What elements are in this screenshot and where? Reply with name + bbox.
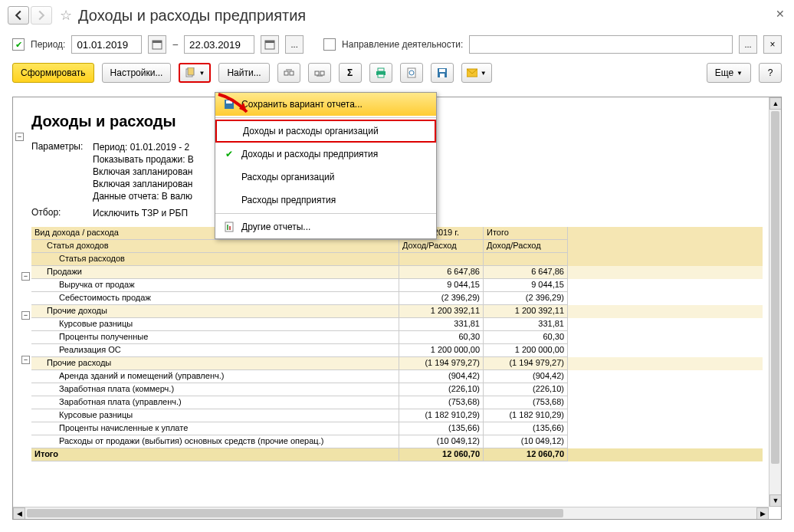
scroll-left-button[interactable]: ◀ [13, 507, 25, 520]
calendar-from-button[interactable] [148, 35, 166, 54]
forward-button[interactable] [31, 6, 52, 25]
row-val2: 331,81 [484, 318, 568, 331]
table-row[interactable]: Заработная плата (управленч.)(753,68)(75… [31, 396, 763, 409]
row-val1: 1 200 392,11 [399, 305, 484, 318]
row-name: Курсовые разницы [31, 409, 399, 422]
activity-picker-button[interactable]: ... [739, 35, 757, 54]
dd-ent-report[interactable]: ✔ Доходы и расходы предприятия [215, 143, 436, 166]
svg-rect-5 [188, 67, 194, 75]
collapse-button[interactable] [308, 63, 331, 83]
scroll-up-button[interactable]: ▲ [769, 97, 782, 110]
svg-rect-3 [265, 41, 274, 43]
table-row[interactable]: Расходы от продажи (выбытия) основных ср… [31, 435, 763, 448]
table-row[interactable]: Заработная плата (коммерч.)(226,10)(226,… [31, 383, 763, 396]
activity-label: Направление деятельности: [342, 39, 463, 50]
print-button[interactable] [369, 63, 392, 83]
row-val2: 12 060,70 [484, 448, 568, 461]
svg-rect-16 [439, 69, 445, 72]
save-button[interactable] [431, 63, 454, 83]
row-val1: (753,68) [399, 396, 484, 409]
row-name: Заработная плата (коммерч.) [31, 383, 399, 396]
table-row[interactable]: Проценты начисленные к уплате(135,66)(13… [31, 422, 763, 435]
activity-field[interactable] [469, 35, 733, 54]
help-button[interactable]: ? [759, 63, 782, 83]
more-button[interactable]: Еще ▼ [707, 63, 751, 83]
row-val2: 1 200 392,11 [484, 305, 568, 318]
row-val1: 1 200 000,00 [399, 344, 484, 357]
params-label: Параметры: [31, 141, 85, 202]
date-dash: – [172, 39, 178, 50]
table-row[interactable]: Выручка от продаж9 044,159 044,15 [31, 279, 763, 292]
row-val2: (1 182 910,29) [484, 409, 568, 422]
preview-button[interactable] [400, 63, 423, 83]
dd-rent-report[interactable]: Расходы предприятия [215, 189, 436, 212]
row-val2: (753,68) [484, 396, 568, 409]
tree-collapse-button[interactable]: − [15, 133, 24, 141]
find-button[interactable]: Найти... [218, 63, 269, 83]
table-row[interactable]: Проценты полученные60,3060,30 [31, 331, 763, 344]
svg-rect-1 [153, 41, 162, 43]
more-label: Еще [715, 67, 733, 78]
table-row[interactable]: Курсовые разницы331,81331,81 [31, 318, 763, 331]
row-val1: (226,10) [399, 383, 484, 396]
date-to-input[interactable] [184, 35, 254, 54]
close-button[interactable]: ✕ [776, 8, 785, 20]
row-val2: 6 647,86 [484, 266, 568, 279]
back-button[interactable] [8, 6, 29, 25]
scroll-thumb-h[interactable] [27, 509, 563, 517]
row-name: Курсовые разницы [31, 318, 399, 331]
report-grid: Вид дохода / расхода Январь 2019 г. Итог… [31, 227, 763, 461]
horizontal-scrollbar[interactable]: ◀ ▶ [13, 507, 769, 519]
email-button[interactable]: ▼ [461, 63, 492, 83]
sum-button[interactable]: Σ [339, 63, 362, 83]
row-val1: 6 647,86 [399, 266, 484, 279]
svg-rect-17 [440, 74, 445, 77]
col-sub2: Статья расходов [31, 253, 399, 266]
row-val2: 9 044,15 [484, 279, 568, 292]
col-val2: Доход/Расход [484, 240, 568, 253]
row-name: Продажи [31, 266, 399, 279]
variants-dropdown-button[interactable]: ▼ [179, 63, 211, 83]
row-name: Заработная плата (управленч.) [31, 396, 399, 409]
table-row[interactable]: Продажи6 647,866 647,86 [31, 266, 763, 279]
scroll-right-button[interactable]: ▶ [756, 507, 769, 520]
period-label: Период: [31, 39, 65, 50]
scroll-down-button[interactable]: ▼ [769, 494, 782, 507]
table-row[interactable]: Реализация ОС1 200 000,001 200 000,00 [31, 344, 763, 357]
vertical-scrollbar[interactable]: ▲ ▼ [769, 97, 781, 507]
favorite-icon[interactable]: ☆ [60, 7, 72, 24]
calendar-to-button[interactable] [261, 35, 279, 54]
tree-collapse-button[interactable]: − [21, 356, 30, 364]
row-val1: (135,66) [399, 422, 484, 435]
table-row[interactable]: Прочие доходы1 200 392,111 200 392,11 [31, 305, 763, 318]
filter-label: Отбор: [31, 207, 85, 219]
tree-collapse-button[interactable]: − [21, 311, 30, 320]
row-val2: (226,10) [484, 383, 568, 396]
dd-rorg-report[interactable]: Расходы организаций [215, 166, 436, 189]
row-val2: 60,30 [484, 331, 568, 344]
settings-button[interactable]: Настройки... [102, 63, 172, 83]
table-row[interactable]: Себестоимость продаж(2 396,29)(2 396,29) [31, 292, 763, 305]
form-button[interactable]: Сформировать [12, 63, 94, 83]
period-checkbox[interactable] [12, 38, 25, 51]
table-row[interactable]: Курсовые разницы(1 182 910,29)(1 182 910… [31, 409, 763, 422]
col-sub1: Статья доходов [31, 240, 399, 253]
table-row[interactable]: Аренда зданий и помещений (управленч.)(9… [31, 370, 763, 383]
row-val1: 60,30 [399, 331, 484, 344]
table-row[interactable]: Итого12 060,7012 060,70 [31, 448, 763, 461]
row-val1: (904,42) [399, 370, 484, 383]
row-val1: (1 182 910,29) [399, 409, 484, 422]
dd-other-reports[interactable]: Другие отчеты... [215, 215, 436, 238]
scroll-thumb-v[interactable] [771, 111, 779, 464]
row-name: Проценты полученные [31, 331, 399, 344]
activity-clear-button[interactable]: × [763, 35, 782, 54]
expand-button[interactable] [277, 63, 300, 83]
table-row[interactable]: Прочие расходы(1 194 979,27)(1 194 979,2… [31, 357, 763, 370]
period-picker-button[interactable]: ... [285, 35, 303, 54]
activity-checkbox[interactable] [323, 38, 336, 51]
row-val1: 9 044,15 [399, 279, 484, 292]
dd-org-report[interactable]: Доходы и расходы организаций [215, 120, 436, 143]
date-from-input[interactable] [71, 35, 142, 54]
tree-collapse-button[interactable]: − [21, 272, 30, 281]
row-val1: 12 060,70 [399, 448, 484, 461]
